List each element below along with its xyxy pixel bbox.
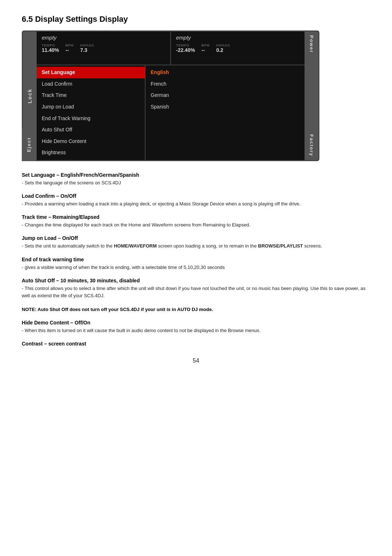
deck-right-hipass: HIPASS 0.2 bbox=[216, 44, 230, 53]
desc-title-end-of-track: End of track warning time bbox=[22, 257, 370, 262]
menu-right-item-2[interactable]: German bbox=[146, 90, 305, 101]
desc-section-end-of-track: End of track warning time - gives a visi… bbox=[22, 257, 370, 271]
desc-section-track-time: Track time – Remaining/Elapsed- Changes … bbox=[22, 214, 370, 229]
desc-body-jump-on-load: - Sets the unit to automatically switch … bbox=[22, 242, 370, 250]
menu-left-item-3[interactable]: Jump on Load bbox=[37, 101, 145, 113]
screen-main: empty TEMPO 11.40% BPM -- HIPASS bbox=[37, 32, 305, 160]
deck-right-bpm-value: -- bbox=[201, 47, 210, 53]
desc-title-strong-hide-demo: Hide Demo Content bbox=[22, 320, 69, 326]
desc-title-strong-auto-shut-off: Auto Shut Off bbox=[22, 278, 55, 283]
desc-body-track-time: - Changes the time displayed for each tr… bbox=[22, 221, 370, 229]
page-title: 6.5 Display Settings Display bbox=[22, 15, 370, 24]
deck-left-hipass: HIPASS 7.3 bbox=[80, 44, 94, 53]
deck-right-bpm-label: BPM bbox=[201, 44, 210, 47]
desc-title-strong-set-language: Set Language bbox=[22, 172, 55, 178]
deck-left-bpm-value: -- bbox=[65, 47, 74, 53]
desc-title-load-confirm: Load Confirm – On/Off bbox=[22, 193, 370, 199]
menu-left: Set LanguageLoad ConfirmTrack TimeJump o… bbox=[37, 65, 146, 160]
deck-left-info-row: TEMPO 11.40% BPM -- HIPASS 7.3 bbox=[42, 44, 165, 53]
desc-title-strong-track-time: Track time bbox=[22, 214, 47, 220]
deck-right-bpm: BPM -- bbox=[201, 44, 210, 53]
desc-title-strong-load-confirm: Load Confirm bbox=[22, 193, 55, 199]
deck-right-tempo-value: -22.40% bbox=[176, 47, 195, 53]
menu-right: EnglishFrenchGermanSpanish bbox=[146, 65, 305, 160]
deck-left-hipass-label: HIPASS bbox=[80, 44, 94, 47]
deck-left-tempo-value: 11.40% bbox=[42, 47, 59, 53]
deck-left-tempo-label: TEMPO bbox=[42, 44, 59, 47]
desc-body-load-confirm: - Provides a warning when loading a trac… bbox=[22, 200, 370, 208]
menu-area: Set LanguageLoad ConfirmTrack TimeJump o… bbox=[37, 65, 305, 160]
desc-title-strong-contrast: Contrast bbox=[22, 341, 43, 347]
eject-label: Eject bbox=[26, 137, 32, 152]
menu-right-item-0[interactable]: English bbox=[146, 67, 305, 78]
deck-row: empty TEMPO 11.40% BPM -- HIPASS bbox=[37, 32, 305, 65]
desc-section-jump-on-load: Jump on Load – On/Off- Sets the unit to … bbox=[22, 235, 370, 250]
deck-right-hipass-value: 0.2 bbox=[216, 47, 230, 53]
deck-right-info-row: TEMPO -22.40% BPM -- HIPASS 0.2 bbox=[176, 44, 299, 53]
descriptions-container: Set Language – English/French/German/Spa… bbox=[22, 172, 370, 347]
desc-title-track-time: Track time – Remaining/Elapsed bbox=[22, 214, 370, 220]
desc-body-hide-demo: - When this item is turned on it will ca… bbox=[22, 327, 370, 334]
deck-right-empty: empty bbox=[176, 34, 299, 41]
deck-right-panel: empty TEMPO -22.40% BPM -- HIPAS bbox=[171, 32, 305, 65]
sidebar-right: Power Factory bbox=[305, 32, 318, 160]
device-screen: Lock empty TEMPO 11.40% bbox=[22, 30, 319, 161]
deck-right-tempo: TEMPO -22.40% bbox=[176, 44, 195, 53]
deck-left-hipass-value: 7.3 bbox=[80, 47, 94, 53]
desc-section-hide-demo: Hide Demo Content – Off/On- When this it… bbox=[22, 320, 370, 334]
menu-right-item-3[interactable]: Spanish bbox=[146, 101, 305, 113]
desc-title-auto-shut-off: Auto Shut Off – 10 minutes, 30 minutes, … bbox=[22, 278, 370, 283]
deck-left-empty: empty bbox=[42, 34, 165, 41]
menu-left-item-1[interactable]: Load Confirm bbox=[37, 78, 145, 90]
deck-right-hipass-label: HIPASS bbox=[216, 44, 230, 47]
desc-title-jump-on-load: Jump on Load – On/Off bbox=[22, 235, 370, 241]
menu-left-item-2[interactable]: Track Time bbox=[37, 90, 145, 101]
desc-body-end-of-track: - gives a visible warning of when the tr… bbox=[22, 264, 370, 271]
power-label: Power bbox=[309, 35, 314, 53]
deck-left-panel: empty TEMPO 11.40% BPM -- HIPASS bbox=[37, 32, 171, 65]
desc-body-set-language: - Sets the language of the screens on SC… bbox=[22, 179, 370, 187]
lock-label: Lock bbox=[27, 89, 33, 103]
desc-title-strong-end-of-track: End of track warning time bbox=[22, 257, 84, 262]
menu-left-item-0[interactable]: Set Language bbox=[37, 67, 145, 78]
desc-title-strong-jump-on-load: Jump on Load bbox=[22, 235, 57, 241]
desc-section-note: NOTE: Auto Shut Off does not turn off yo… bbox=[22, 306, 370, 313]
desc-section-auto-shut-off: Auto Shut Off – 10 minutes, 30 minutes, … bbox=[22, 278, 370, 299]
menu-left-item-6[interactable]: Hide Demo Content bbox=[37, 136, 145, 147]
deck-left-bpm: BPM -- bbox=[65, 44, 74, 53]
menu-left-item-4[interactable]: End of Track Warning bbox=[37, 113, 145, 124]
page-number: 54 bbox=[22, 357, 370, 364]
deck-left-bpm-label: BPM bbox=[65, 44, 74, 47]
device-wrapper: Lock empty TEMPO 11.40% bbox=[22, 30, 319, 161]
desc-title-set-language: Set Language – English/French/German/Spa… bbox=[22, 172, 370, 178]
menu-left-item-7[interactable]: Brightness bbox=[37, 147, 145, 159]
desc-section-set-language: Set Language – English/French/German/Spa… bbox=[22, 172, 370, 187]
desc-note: NOTE: Auto Shut Off does not turn off yo… bbox=[22, 306, 370, 313]
eject-sidebar: Eject bbox=[22, 128, 36, 161]
deck-right-tempo-label: TEMPO bbox=[176, 44, 195, 47]
page: 6.5 Display Settings Display Lock empty … bbox=[0, 0, 392, 556]
desc-section-load-confirm: Load Confirm – On/Off- Provides a warnin… bbox=[22, 193, 370, 208]
desc-body-auto-shut-off: - This control allows you to select a ti… bbox=[22, 285, 370, 299]
factory-label: Factory bbox=[309, 134, 314, 156]
menu-left-item-5[interactable]: Auto Shut Off bbox=[37, 124, 145, 136]
desc-section-contrast: Contrast – screen contrast bbox=[22, 341, 370, 347]
menu-right-item-1[interactable]: French bbox=[146, 78, 305, 90]
deck-left-tempo: TEMPO 11.40% bbox=[42, 44, 59, 53]
desc-title-contrast: Contrast – screen contrast bbox=[22, 341, 370, 347]
desc-title-hide-demo: Hide Demo Content – Off/On bbox=[22, 320, 370, 326]
